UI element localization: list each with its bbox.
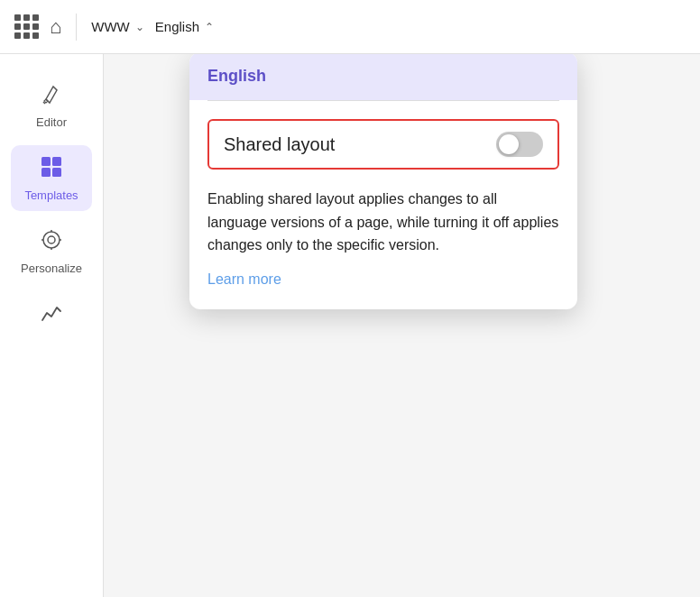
content-area: English Shared layout Enabling shared la… — [104, 54, 700, 597]
www-selector[interactable]: WWW ⌄ — [91, 19, 143, 34]
language-selector[interactable]: English ⌃ — [155, 19, 214, 34]
home-icon[interactable]: ⌂ — [50, 15, 61, 39]
sidebar-item-editor[interactable]: Editor — [11, 72, 92, 138]
sidebar-item-analytics[interactable] — [11, 291, 92, 338]
www-label: WWW — [91, 19, 129, 34]
shared-layout-label: Shared layout — [224, 134, 335, 155]
svg-rect-0 — [41, 157, 51, 166]
popup-body: Shared layout Enabling shared layout app… — [189, 101, 577, 309]
topbar: ⌂ WWW ⌄ English ⌃ — [0, 0, 700, 54]
svg-rect-3 — [52, 168, 61, 177]
main-layout: Editor Templates — [0, 54, 700, 597]
sidebar-templates-label: Templates — [24, 188, 78, 202]
toggle-thumb — [499, 134, 519, 154]
templates-icon — [39, 154, 64, 183]
language-label: English — [155, 19, 199, 34]
analytics-icon — [39, 300, 64, 329]
sidebar-item-personalize[interactable]: Personalize — [11, 218, 92, 284]
language-chevron-up-icon: ⌃ — [205, 21, 214, 33]
www-chevron-down-icon: ⌄ — [135, 21, 144, 33]
sidebar-item-templates[interactable]: Templates — [11, 145, 92, 211]
shared-layout-toggle[interactable] — [496, 132, 543, 157]
shared-layout-row: Shared layout — [207, 119, 559, 170]
svg-point-5 — [48, 236, 55, 243]
popup-header-title: English — [207, 67, 266, 85]
language-dropdown-popup: English Shared layout Enabling shared la… — [189, 52, 577, 309]
sidebar: Editor Templates — [0, 54, 104, 597]
popup-description: Enabling shared layout applies changes t… — [207, 188, 559, 257]
sidebar-editor-label: Editor — [36, 115, 67, 129]
topbar-divider — [76, 14, 77, 41]
personalize-icon — [39, 227, 64, 256]
apps-icon[interactable] — [14, 14, 39, 39]
svg-point-4 — [43, 232, 60, 248]
svg-rect-2 — [41, 168, 51, 177]
editor-icon — [39, 81, 64, 110]
popup-header: English — [189, 52, 577, 100]
sidebar-personalize-label: Personalize — [21, 262, 82, 275]
learn-more-link[interactable]: Learn more — [207, 271, 281, 287]
svg-rect-1 — [52, 157, 61, 166]
